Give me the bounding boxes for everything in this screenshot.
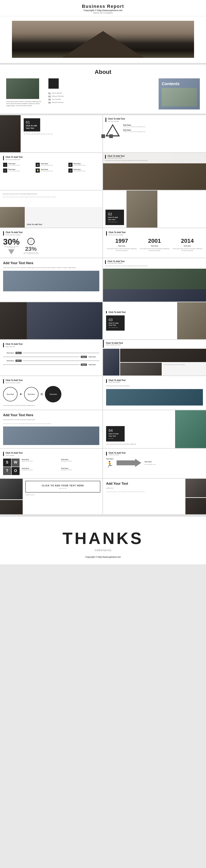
row-6: Click To Add Text 03 Click To Add Your T… bbox=[0, 302, 206, 340]
slide-right-3: 02 Click To Add Your Text Text subtitle … bbox=[103, 190, 206, 227]
right-7-text-box: Lorem ipsum dolor sit amet consectetur bbox=[162, 363, 206, 375]
right-body-8: Lorem ipsum dolor sit amet consectetur bbox=[106, 385, 203, 387]
swot-labels: Text Here description text here Text Her… bbox=[22, 459, 99, 475]
right-title-5[interactable]: Click To Add Text bbox=[108, 260, 204, 262]
num-panel-04: 04 Click To Add Your Text Text here bbox=[106, 426, 125, 441]
swot-container: S W T O Text Here description text here … bbox=[3, 459, 99, 475]
icon-item-3: ☰ Text here you can add text here bbox=[68, 163, 99, 167]
separator bbox=[0, 63, 206, 65]
icon-box-6: ⊡ bbox=[68, 168, 72, 173]
icon-label-6: Text here bbox=[73, 168, 99, 170]
slide-left-8: Click To Add Text Some text here subtitl… bbox=[0, 376, 103, 410]
ways-diagram: Text here Way 1 Way 2 Text here Text her… bbox=[3, 350, 99, 368]
contents-text-3: Your Text here bbox=[52, 98, 61, 100]
row-9: Add Your Text Here Lorem ipsum dolor sit… bbox=[0, 410, 206, 449]
slide-left-2: Click To Add Text Some text subtitle her… bbox=[0, 153, 103, 190]
num-panel-03: 03 Click To Add Your Text Text subtitle … bbox=[106, 315, 125, 331]
slide-left-5: Add Your Text Here Lorem ipsum dolor sit… bbox=[0, 258, 103, 302]
tri-icon-1 bbox=[101, 134, 105, 138]
row-2: Click To Add Text Some text subtitle her… bbox=[0, 153, 206, 190]
icon-box-3: ☰ bbox=[68, 163, 72, 167]
right-title-7[interactable]: Click To Add Text bbox=[106, 342, 204, 344]
stats-container: 30% You can add your text here for the b… bbox=[3, 238, 99, 254]
swot-o: O bbox=[11, 467, 20, 475]
slide-body-1: Text here you can add subtitle text here… bbox=[24, 133, 99, 135]
click-add-text-3[interactable]: Click To Add Text bbox=[25, 207, 102, 227]
tri-icon-2 bbox=[109, 134, 113, 138]
left-title-7[interactable]: Click To Add Text bbox=[5, 343, 99, 345]
row-8: Click To Add Text Some text here subtitl… bbox=[0, 376, 206, 410]
click-add-text-04[interactable]: Click To Add Your Text bbox=[109, 433, 122, 437]
contents-num-4: 04 bbox=[49, 102, 51, 104]
slide-left-9: Add Your Text Here Lorem ipsum dolor sit… bbox=[0, 410, 103, 448]
page: Business Report Copyright © http://www.p… bbox=[0, 0, 206, 564]
click-add-text-1[interactable]: Click To Add Your Text bbox=[26, 125, 38, 129]
swot-label-3: Text Here description text here bbox=[22, 467, 60, 475]
add-text-title-9[interactable]: Add Your Text Here bbox=[3, 413, 99, 417]
about-middle: 01 Click to add text 02 Add your Text he… bbox=[46, 79, 155, 110]
water-photo-8 bbox=[106, 389, 203, 405]
left-title-10[interactable]: Click To Add Text bbox=[5, 452, 99, 454]
left-title-2[interactable]: Click To Add Text bbox=[5, 156, 99, 158]
left-1-content: 01 Click To Add Your Text Text here you … bbox=[0, 115, 102, 152]
click-add-text-02[interactable]: Click To Add Your Text bbox=[108, 216, 121, 221]
formula-circle-a: Text Here bbox=[3, 387, 18, 401]
right-5-header: Click To Add Text Some text here subtitl… bbox=[103, 258, 206, 269]
add-text-title-11[interactable]: Add Your Text bbox=[106, 482, 182, 486]
swot-label-1: Text Here description text here bbox=[22, 459, 60, 466]
text-here-desc-1a: Text here you can add a description here… bbox=[123, 126, 204, 127]
click-add-text-03[interactable]: Click To Add Your Text bbox=[109, 322, 122, 327]
fashion-photo-11b bbox=[185, 498, 206, 514]
formula-circle-b: Text Here bbox=[24, 387, 38, 401]
right-title-1[interactable]: Click To Add Text bbox=[108, 118, 204, 120]
icon-box-2: ⊞ bbox=[36, 163, 40, 167]
slide-left-3: Lorem ipsum dolor sit amet, consectetur … bbox=[0, 190, 103, 227]
icon-desc-2: you can add text here bbox=[41, 164, 66, 166]
city-photo-5 bbox=[103, 289, 206, 302]
arch-photo bbox=[0, 207, 25, 227]
about-content: About Lorem ipsum dolor sit amet, consec… bbox=[0, 65, 206, 114]
about-title: About bbox=[6, 69, 200, 75]
swot-desc-1: description text here bbox=[22, 460, 60, 462]
right-title-8[interactable]: Click To Add Text bbox=[109, 379, 203, 381]
click-text-box[interactable]: CLICK TO ADD YOUR TEXT HERE Add Your Tex… bbox=[25, 481, 100, 493]
mountain-bg bbox=[12, 21, 194, 58]
icon-label-5: Text here bbox=[41, 168, 66, 170]
right-title-10[interactable]: Click To Add Text bbox=[109, 452, 203, 454]
right-4-header: Click To Add Text Some text here subtitl… bbox=[106, 231, 203, 236]
fashion-photo-7 bbox=[120, 363, 162, 375]
runner-text-bottom: Text Here bbox=[144, 461, 156, 463]
big-arrow bbox=[117, 459, 141, 467]
left-2-header: Click To Add Text Some text subtitle her… bbox=[3, 156, 99, 160]
island-photo bbox=[175, 410, 206, 448]
timeline-1997: 1997 Text here Lorem ipsum dolor sit ame… bbox=[106, 238, 137, 251]
right-title-4[interactable]: Click To Add Text bbox=[109, 231, 203, 234]
left-title-4[interactable]: Click To Add Text bbox=[5, 231, 99, 234]
way-text-4: Text here bbox=[87, 364, 99, 366]
left-subtitle-10: Some subtitle bbox=[5, 455, 99, 456]
left-3-bottom: Click To Add Text bbox=[0, 207, 102, 227]
icon-text-5: Text here you can add text here bbox=[41, 168, 66, 172]
icon-box-4: ⬡ bbox=[3, 168, 7, 173]
main-title: Business Report bbox=[0, 4, 206, 9]
right-1-header: Click To Add Text Text here subtitle bbox=[106, 118, 204, 122]
right-7-photo-stack: Lorem ipsum dolor sit amet consectetur bbox=[120, 349, 206, 375]
slide-right-11: Add Your Text subtitle here Lorem ipsum … bbox=[103, 479, 206, 514]
triangle-base-icons bbox=[101, 134, 113, 138]
left-title-8[interactable]: Click To Add Text bbox=[5, 379, 99, 381]
street-title[interactable]: Click To Add Text bbox=[108, 155, 204, 157]
text-2014: Lorem ipsum dolor sit amet consectetur a… bbox=[172, 248, 203, 251]
way-row-1: Text here Way 1 bbox=[3, 352, 99, 354]
icon-label-2: Text here bbox=[41, 163, 66, 164]
timeline: 1997 Text here Lorem ipsum dolor sit ame… bbox=[106, 238, 203, 251]
right-title-6[interactable]: Click To Add Text bbox=[109, 311, 174, 313]
add-text-title-5[interactable]: Add Your Text Here bbox=[3, 261, 99, 265]
right-subtitle-8: Some text subtitle bbox=[109, 381, 203, 383]
mountain-center bbox=[62, 31, 144, 58]
building-photo bbox=[0, 115, 21, 152]
timeline-2001: 2001 Text here Lorem ipsum dolor sit ame… bbox=[139, 238, 170, 251]
left-subtitle-8: Some text here subtitle bbox=[5, 382, 99, 383]
click-sub-03: Text subtitle here bbox=[109, 327, 122, 328]
runner-left: Text Here 🏃 bbox=[106, 458, 114, 468]
right-subtitle-5: Some text here subtitle bbox=[108, 262, 204, 264]
